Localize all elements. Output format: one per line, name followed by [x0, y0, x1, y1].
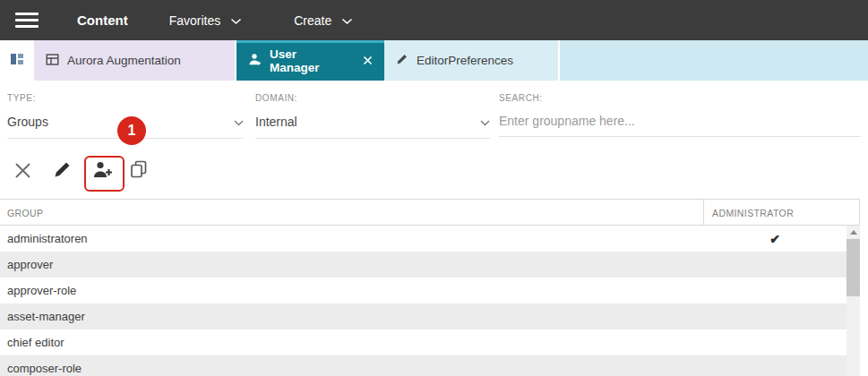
delete-group-button[interactable]: [11, 158, 34, 182]
domain-value: Internal: [255, 115, 297, 129]
column-header-administrator[interactable]: ADMINISTRATOR: [712, 208, 794, 218]
user-manager-icon: [248, 53, 262, 69]
table-row[interactable]: chief editor: [0, 329, 847, 355]
search-input-wrap: [499, 114, 861, 137]
domain-dropdown[interactable]: Internal: [255, 114, 490, 139]
table-row[interactable]: approver: [0, 252, 847, 278]
add-group-button[interactable]: [91, 158, 115, 182]
domain-label: DOMAIN:: [255, 93, 490, 103]
scroll-up-arrow-icon: [850, 230, 857, 235]
search-input[interactable]: [499, 114, 861, 128]
tab-user-manager[interactable]: User Manager: [236, 40, 384, 81]
tab-label: EditorPreferences: [417, 54, 513, 67]
group-table-header: GROUP ADMINISTRATOR: [0, 199, 860, 226]
workarea-switcher-button[interactable]: [0, 40, 34, 81]
group-name-cell: chief editor: [0, 336, 703, 349]
vertical-scrollbar[interactable]: [847, 226, 860, 376]
hamburger-menu-icon[interactable]: [15, 13, 39, 29]
app-title: Content: [77, 13, 128, 28]
group-name-cell: composer-role: [0, 362, 703, 375]
chevron-down-icon: [480, 114, 490, 130]
duplicate-group-button[interactable]: [127, 158, 150, 181]
topbar: Content Favorites Create: [0, 0, 868, 40]
favorites-menu[interactable]: Favorites: [169, 13, 243, 28]
column-header-group[interactable]: GROUP: [7, 208, 44, 218]
table-row[interactable]: administratoren ✔: [0, 226, 847, 252]
chevron-down-icon: [234, 114, 244, 130]
tab-label: User Manager: [270, 47, 344, 74]
tab-editor-preferences[interactable]: EditorPreferences: [384, 40, 560, 81]
tab-strip: Aurora Augmentation User Manager EditorP…: [0, 40, 868, 81]
content-table-icon: [46, 53, 59, 69]
scroll-up-button[interactable]: [847, 226, 860, 239]
tab-aurora-augmentation[interactable]: Aurora Augmentation: [34, 40, 236, 81]
tab-strip-filler: [560, 40, 868, 81]
chevron-down-icon: [341, 13, 353, 28]
table-row[interactable]: asset-manager: [0, 303, 847, 329]
tab-label: Aurora Augmentation: [67, 54, 181, 67]
close-icon[interactable]: [363, 56, 373, 65]
domain-field: DOMAIN: Internal: [255, 93, 490, 139]
table-row[interactable]: composer-role: [0, 355, 847, 376]
group-name-cell: asset-manager: [0, 310, 703, 323]
type-value: Groups: [7, 115, 48, 129]
group-toolbar: [0, 149, 224, 195]
create-menu[interactable]: Create: [294, 13, 353, 28]
pencil-icon: [396, 53, 408, 68]
type-label: TYPE:: [7, 93, 244, 103]
create-menu-label: Create: [294, 13, 331, 28]
scrollbar-thumb[interactable]: [847, 239, 860, 296]
annotation-step-badge: 1: [117, 116, 146, 145]
edit-group-button[interactable]: [51, 158, 74, 181]
search-field: SEARCH:: [499, 93, 861, 137]
table-row[interactable]: approver-role: [0, 278, 847, 303]
group-name-cell: administratoren: [0, 232, 703, 245]
group-name-cell: approver-role: [0, 284, 703, 297]
group-table-body: administratoren ✔ approver approver-role…: [0, 226, 847, 376]
column-divider: [703, 200, 704, 225]
administrator-check: ✔: [703, 232, 847, 246]
app-window: Content Favorites Create: [0, 0, 868, 376]
group-name-cell: approver: [0, 258, 703, 271]
favorites-menu-label: Favorites: [169, 13, 221, 28]
chevron-down-icon: [230, 13, 242, 28]
workarea-grid-icon: [9, 51, 25, 71]
search-label: SEARCH:: [499, 93, 861, 103]
